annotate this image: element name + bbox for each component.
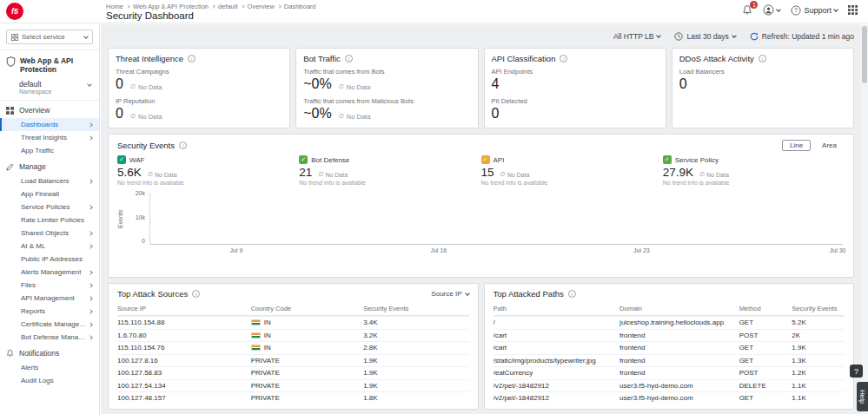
- lb-filter-dropdown[interactable]: All HTTP LB: [613, 32, 661, 41]
- support-icon: ?: [791, 5, 801, 16]
- table-row[interactable]: 115.110.154.88 IN 3.4K: [117, 316, 469, 329]
- no-data-icon: ∅: [130, 83, 136, 90]
- checkbox-checked-icon[interactable]: ✓: [481, 155, 490, 164]
- breadcrumb-waap[interactable]: Web App & API Protection: [133, 3, 209, 10]
- sidebar-item-bot-defense-management[interactable]: Bot Defense Management: [0, 331, 99, 344]
- checkbox-checked-icon[interactable]: ✓: [299, 155, 308, 164]
- table-row[interactable]: 100.127.58.83 PRIVATE 1.9K: [117, 366, 469, 379]
- source-ip: 1.6.70.80: [117, 332, 251, 339]
- security-events-card: Security Events i Line Area ✓WAF 5.6K∅No…: [108, 134, 854, 278]
- sidebar-item-reports[interactable]: Reports: [0, 305, 99, 318]
- table-row[interactable]: 115.110.154.76 IN 2.8K: [117, 341, 469, 354]
- sidebar-item-dashboards[interactable]: Dashboards: [0, 118, 99, 131]
- metric-status: ∅No Data: [130, 113, 162, 121]
- sidebar-item-rate-limiter-policies[interactable]: Rate Limiter Policies: [0, 214, 99, 227]
- area-toggle-button[interactable]: Area: [814, 140, 845, 151]
- support-menu-button[interactable]: ? Support: [791, 5, 838, 16]
- info-icon[interactable]: i: [568, 290, 576, 298]
- column-header[interactable]: Domain: [620, 305, 739, 312]
- metric-value: 0: [116, 76, 123, 93]
- table-row[interactable]: 100.127.48.157 PRIVATE 1.8K: [117, 391, 469, 404]
- sidebar-item-threat-insights[interactable]: Threat Insights: [0, 131, 99, 144]
- help-tab[interactable]: Help: [857, 382, 868, 411]
- table-row[interactable]: / juiceshop.training.helloclouds.app GET…: [494, 316, 845, 329]
- column-header[interactable]: Country Code: [251, 305, 363, 312]
- sidebar-item-app-firewall[interactable]: App Firewall: [0, 187, 99, 200]
- column-header[interactable]: Source IP: [117, 305, 251, 312]
- sidebar-item-shared-objects[interactable]: Shared Objects: [0, 227, 99, 240]
- breadcrumb-namespace[interactable]: default: [218, 3, 238, 10]
- sidebar-item-load-balancers[interactable]: Load Balancers: [0, 174, 99, 187]
- column-header[interactable]: Method: [739, 305, 792, 312]
- breadcrumb-dashboard[interactable]: Dashboard: [284, 3, 316, 10]
- sidebar-section-manage[interactable]: Manage: [0, 157, 99, 174]
- sidebar-item-service-policies[interactable]: Service Policies: [0, 200, 99, 214]
- column-header[interactable]: Security Events: [363, 305, 468, 312]
- plot-canvas: [149, 193, 843, 245]
- security-events-count: 1.3K: [792, 357, 845, 365]
- domain: frontend: [620, 332, 739, 339]
- table-row[interactable]: /static/img/products/typewriter.jpg fron…: [494, 354, 845, 367]
- info-icon[interactable]: i: [759, 55, 766, 62]
- help-button[interactable]: ?: [850, 365, 863, 378]
- time-range-dropdown[interactable]: Last 30 days: [674, 32, 735, 41]
- table-row[interactable]: /cart frontend POST 2K: [494, 329, 845, 342]
- table-header-row: Path Domain Method Security Events: [494, 303, 845, 316]
- metric-value: 0: [116, 105, 123, 122]
- sidebar-section-overview[interactable]: Overview: [0, 101, 99, 118]
- account-menu-button[interactable]: [763, 4, 780, 16]
- sidebar-item-app-traffic[interactable]: App Traffic: [0, 144, 99, 157]
- select-service-dropdown[interactable]: Select service: [6, 30, 93, 44]
- status-text: No Data: [138, 83, 162, 91]
- legend-item-waf[interactable]: ✓WAF 5.6K∅No Data No trend info is avail…: [117, 155, 299, 186]
- breadcrumb-home[interactable]: Home: [106, 3, 123, 10]
- info-icon[interactable]: i: [560, 55, 567, 62]
- table-row[interactable]: 100.127.54.134 PRIVATE 1.9K: [117, 379, 469, 392]
- sidebar-section-notifications[interactable]: Notifications: [0, 344, 99, 361]
- legend-item-api[interactable]: ✓API 15∅No Data No trend info is availab…: [481, 155, 663, 186]
- refresh-button[interactable]: Refresh: Updated 1 min ago: [750, 32, 854, 41]
- sidebar-item-ai-ml[interactable]: AI & ML: [0, 240, 99, 253]
- sidebar-item-alerts[interactable]: Alerts: [0, 361, 99, 374]
- column-header[interactable]: Security Events: [792, 305, 845, 312]
- notifications-bell-button[interactable]: 1: [742, 4, 752, 16]
- checkbox-checked-icon[interactable]: ✓: [663, 155, 672, 164]
- line-toggle-button[interactable]: Line: [782, 140, 811, 151]
- plot-area: Jul 9 Jul 16 Jul 23 Jul 30: [149, 193, 845, 259]
- column-header[interactable]: Path: [494, 305, 620, 312]
- checkbox-checked-icon[interactable]: ✓: [117, 155, 126, 164]
- y-tick: 20k: [136, 190, 145, 196]
- security-events-count: 1.9K: [363, 369, 468, 377]
- info-icon[interactable]: i: [192, 290, 200, 298]
- table-row[interactable]: 100.127.8.16 PRIVATE 1.9K: [117, 354, 469, 367]
- sidebar-item-audit-logs[interactable]: Audit Logs: [0, 374, 99, 387]
- source-ip-dropdown[interactable]: Source IP: [431, 290, 468, 298]
- sidebar-item-public-ip-addresses[interactable]: Public IP Addresses: [0, 253, 99, 266]
- legend-item-bot-defense[interactable]: ✓Bot Defense 21∅No Data No trend info is…: [299, 155, 480, 186]
- sidebar-item-certificate-management[interactable]: Certificate Management: [0, 318, 99, 331]
- sidebar-item-label: Threat Insights: [21, 134, 67, 141]
- table-row[interactable]: 1.6.70.80 IN 3.2K: [117, 329, 469, 342]
- table-row[interactable]: /v2/pet/-18482912 user3.f5-hyd-demo.com …: [494, 391, 845, 404]
- namespace-dropdown[interactable]: default Namespace: [0, 78, 99, 101]
- security-events-chart: Events 20k 10k 0 Jul 9 Jul 16 Jul 23 Jul…: [117, 193, 845, 259]
- info-icon[interactable]: i: [345, 55, 353, 62]
- vertical-scrollbar[interactable]: [861, 24, 868, 414]
- table-row[interactable]: /v2/pet/-18482912 user3.f5-hyd-demo.com …: [494, 379, 845, 392]
- legend-item-service-policy[interactable]: ✓Service Policy 27.9K∅No Data No trend i…: [663, 155, 845, 186]
- info-icon[interactable]: i: [188, 55, 195, 62]
- metric: IP Reputation 0 ∅No Data: [116, 97, 282, 122]
- table-row[interactable]: /eatCurrency frontend POST 1.2K: [494, 366, 845, 379]
- sidebar-item-label: Audit Logs: [21, 377, 54, 384]
- info-icon[interactable]: i: [179, 141, 187, 149]
- apps-grid-button[interactable]: [848, 5, 858, 15]
- sidebar-item-alerts-management[interactable]: Alerts Management: [0, 266, 99, 279]
- sidebar-item-files[interactable]: Files: [0, 279, 99, 292]
- scrollbar-thumb[interactable]: [862, 26, 867, 83]
- f5-logo[interactable]: f5: [6, 3, 23, 20]
- sidebar-item-api-management[interactable]: API Management: [0, 292, 99, 305]
- metric: API Endpoints 4: [492, 68, 659, 93]
- breadcrumb: Home Web App & API Protection default Ov…: [106, 3, 316, 10]
- breadcrumb-overview[interactable]: Overview: [248, 3, 275, 10]
- table-row[interactable]: /cart frontend GET 1.9K: [494, 341, 845, 354]
